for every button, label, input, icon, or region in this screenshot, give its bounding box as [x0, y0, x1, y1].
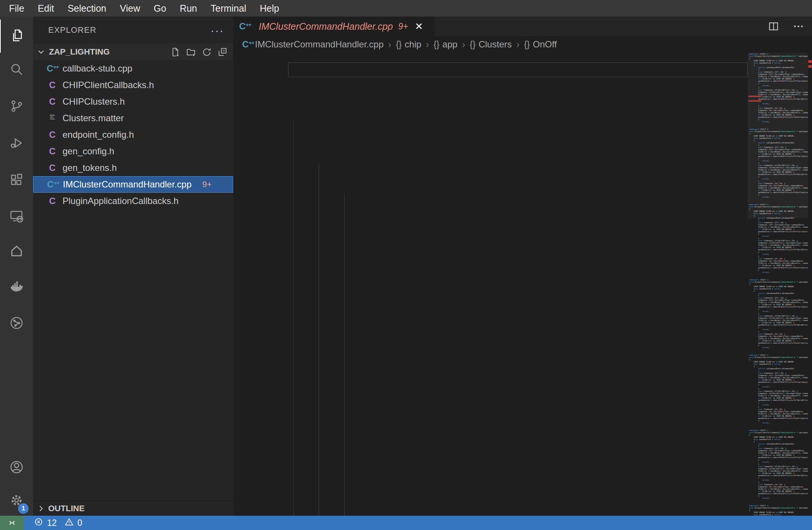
file-CHIPClusters.h[interactable]: C CHIPClusters.h	[33, 93, 233, 110]
code-line-812[interactable]: 812 break;	[233, 512, 748, 516]
breadcrumb-item[interactable]: {}Clusters	[470, 39, 511, 50]
folder-section-header[interactable]: ZAP_LIGHTING	[33, 44, 233, 60]
activity-remote-explorer[interactable]	[0, 200, 33, 233]
more-actions-icon[interactable]: ···	[211, 24, 224, 37]
code-line-790[interactable]: 790 case Commands::Off::Id: {	[233, 193, 748, 208]
code-line-800[interactable]: 800 TLVError = DataModel::Decode(aDataTl…	[233, 338, 748, 353]
menu-view[interactable]: View	[113, 0, 147, 17]
code-line-802[interactable]: 802 wasHandled = emberAfOnOffClusterOffW…	[233, 367, 748, 382]
code-line-799[interactable]: 799 Commands::OffWithEffect::DecodableTy…	[233, 324, 748, 338]
file-endpoint_config.h[interactable]: C endpoint_config.h	[33, 126, 233, 143]
namespace-symbol-icon: {}	[470, 40, 475, 50]
h-file-icon: C	[47, 96, 58, 107]
menu-run[interactable]: Run	[173, 0, 204, 17]
code-line-811[interactable]: 811 }	[233, 498, 748, 513]
minimap-slider[interactable]	[748, 53, 808, 218]
code-line-786[interactable]: 786 bool wasHandled = false;	[233, 135, 748, 150]
code-line-810[interactable]: 810 wasHandled = emberAfOnOffClusterOnCa…	[233, 483, 748, 498]
code-line-785[interactable]: 785 CHIP_ERROR TLVError = CHIP_NO_ERROR;	[233, 120, 748, 135]
new-file-icon[interactable]	[170, 47, 180, 59]
activity-run-and-debug[interactable]	[0, 127, 33, 160]
code-line-788[interactable]: 788 switch (aCommandPath.mCommandId)	[233, 164, 748, 179]
code-line-783[interactable]: 783 void DispatchServerCommand(CommandHa…	[233, 91, 748, 106]
activity-git-graph[interactable]	[0, 307, 33, 340]
file-name: PluginApplicationCallbacks.h	[63, 196, 179, 206]
menu-terminal[interactable]: Terminal	[204, 0, 253, 17]
h-file-icon: C	[47, 80, 58, 90]
status-bar: 12 0	[0, 516, 812, 530]
code-line-807[interactable]: 807 Commands::On::DecodableType commandD…	[233, 440, 748, 454]
menu-go[interactable]: Go	[147, 0, 173, 17]
code-line-781[interactable]: 781 namespace OnOff {	[233, 62, 748, 77]
file-IMClusterCommandHandler.cpp[interactable]: C++ IMClusterCommandHandler.cpp 9+	[33, 176, 233, 193]
file-gen_config.h[interactable]: C gen_config.h	[33, 143, 233, 160]
h-file-icon: C	[47, 129, 58, 140]
code-line-794[interactable]: 794 wasHandled = emberAfOnOffClusterOffC…	[233, 251, 748, 266]
activity-docker[interactable]	[0, 271, 33, 304]
file-problems-badge: 9+	[202, 180, 212, 189]
breadcrumb-item[interactable]: {}OnOff	[524, 39, 557, 50]
code-line-806[interactable]: 806 case Commands::On::Id: {	[233, 425, 748, 440]
tab-imclustercommandhandler[interactable]: C++ IMClusterCommandHandler.cpp 9+ ✕	[233, 17, 435, 36]
code-line-798[interactable]: 798 case Commands::OffWithEffect::Id: {	[233, 309, 748, 324]
code-line-809[interactable]: 809 if (TLVError == CHIP_NO_ERROR) {	[233, 469, 748, 483]
refresh-icon[interactable]	[201, 47, 212, 59]
code-line-803[interactable]: 803 }	[233, 382, 748, 396]
code-editor[interactable]: 780 781 namespace OnOff { 782 783 void D…	[233, 53, 812, 516]
split-editor-icon[interactable]	[768, 20, 780, 34]
error-count: 12	[47, 518, 57, 528]
minimap-error-mark	[748, 100, 761, 102]
remote-indicator[interactable]	[0, 516, 24, 530]
menu-help[interactable]: Help	[253, 0, 286, 17]
breadcrumb-label: IMClusterCommandHandler.cpp	[255, 39, 383, 50]
code-line-801[interactable]: 801 if (TLVError == CHIP_NO_ERROR) {	[233, 353, 748, 367]
activity-explorer[interactable]	[0, 20, 34, 53]
activity-source-control[interactable]	[0, 90, 33, 123]
code-line-797[interactable]: 797 }	[233, 295, 748, 309]
menu-selection[interactable]: Selection	[61, 0, 113, 17]
file-name: gen_tokens.h	[63, 163, 117, 173]
code-line-782[interactable]: 782	[233, 77, 748, 92]
code-line-792[interactable]: 792 TLVError = DataModel::Decode(aDataTl…	[233, 222, 748, 237]
code-line-805[interactable]: 805 }	[233, 411, 748, 425]
minimap[interactable]: namespace OnOff {void DispatchServerComm…	[748, 53, 808, 516]
scrollbar[interactable]	[808, 53, 812, 516]
code-line-780[interactable]: 780	[233, 53, 748, 62]
file-gen_tokens.h[interactable]: C gen_tokens.h	[33, 160, 233, 176]
code-line-796[interactable]: 796 break;	[233, 280, 748, 295]
settings-badge: 1	[18, 503, 29, 514]
problems-indicator[interactable]: 12 0	[34, 517, 82, 529]
code-line-789[interactable]: 789 {	[233, 178, 748, 193]
activity-home[interactable]	[0, 235, 33, 268]
outline-section-header[interactable]: OUTLINE	[33, 501, 233, 516]
breadcrumb-item[interactable]: {}chip	[396, 39, 421, 50]
close-icon[interactable]: ✕	[415, 21, 423, 31]
activity-settings[interactable]: 1	[0, 484, 33, 518]
activity-search[interactable]	[0, 53, 33, 87]
code-line-787[interactable]: 787 {	[233, 149, 748, 164]
explorer-sidebar: EXPLORER ··· ZAP_LIGHTING C++ callback-s…	[33, 17, 233, 516]
breadcrumb-label: app	[443, 39, 458, 50]
menu-file[interactable]: File	[2, 0, 31, 17]
file-PluginApplicationCallbacks.h[interactable]: C PluginApplicationCallbacks.h	[33, 193, 233, 209]
menu-edit[interactable]: Edit	[31, 0, 61, 17]
activity-extensions[interactable]	[0, 164, 33, 197]
file-Clusters.matter[interactable]: Clusters.matter	[33, 110, 233, 126]
code-line-808[interactable]: 808 TLVError = DataModel::Decode(aDataTl…	[233, 454, 748, 469]
code-line-784[interactable]: 784 {	[233, 106, 748, 121]
code-line-804[interactable]: 804 break;	[233, 396, 748, 411]
file-CHIPClientCallbacks.h[interactable]: C CHIPClientCallbacks.h	[33, 77, 233, 93]
cpp-file-icon: C++	[47, 179, 58, 190]
code-line-791[interactable]: 791 Commands::Off::DecodableType command…	[233, 208, 748, 222]
new-folder-icon[interactable]	[186, 47, 196, 59]
code-line-795[interactable]: 795 }	[233, 266, 748, 280]
file-callback-stub.cpp[interactable]: C++ callback-stub.cpp	[33, 60, 233, 77]
breadcrumb-item[interactable]: C++IMClusterCommandHandler.cpp	[242, 39, 383, 50]
activity-accounts[interactable]	[0, 451, 33, 484]
code-line-793[interactable]: 793 if (TLVError == CHIP_NO_ERROR) {	[233, 237, 748, 251]
collapse-all-icon[interactable]	[217, 47, 228, 59]
breadcrumb-item[interactable]: {}app	[433, 39, 457, 50]
more-actions-icon[interactable]	[792, 20, 804, 34]
extensions-icon	[9, 172, 24, 189]
breadcrumb-separator: ›	[426, 39, 429, 50]
